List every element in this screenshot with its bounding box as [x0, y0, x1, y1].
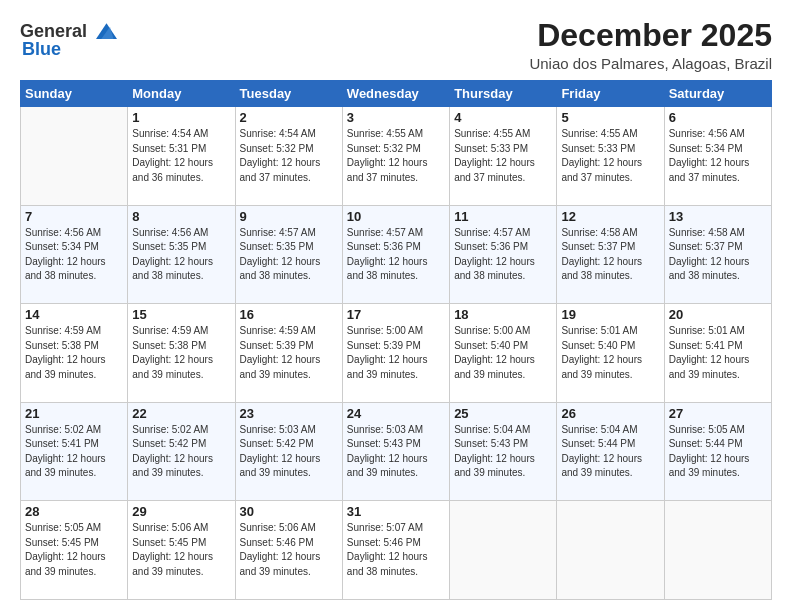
calendar-week-row: 21Sunrise: 5:02 AMSunset: 5:41 PMDayligh…: [21, 402, 772, 501]
day-number: 16: [240, 307, 338, 322]
table-row: 23Sunrise: 5:03 AMSunset: 5:42 PMDayligh…: [235, 402, 342, 501]
table-row: 12Sunrise: 4:58 AMSunset: 5:37 PMDayligh…: [557, 205, 664, 304]
logo: General Blue: [20, 18, 117, 60]
col-saturday: Saturday: [664, 81, 771, 107]
table-row: [557, 501, 664, 600]
day-info: Sunrise: 5:06 AMSunset: 5:46 PMDaylight:…: [240, 521, 338, 579]
table-row: 8Sunrise: 4:56 AMSunset: 5:35 PMDaylight…: [128, 205, 235, 304]
day-number: 1: [132, 110, 230, 125]
day-number: 4: [454, 110, 552, 125]
header: General Blue December 2025 Uniao dos Pal…: [20, 18, 772, 72]
table-row: 14Sunrise: 4:59 AMSunset: 5:38 PMDayligh…: [21, 304, 128, 403]
day-info: Sunrise: 4:55 AMSunset: 5:32 PMDaylight:…: [347, 127, 445, 185]
table-row: 24Sunrise: 5:03 AMSunset: 5:43 PMDayligh…: [342, 402, 449, 501]
day-info: Sunrise: 5:02 AMSunset: 5:41 PMDaylight:…: [25, 423, 123, 481]
table-row: 7Sunrise: 4:56 AMSunset: 5:34 PMDaylight…: [21, 205, 128, 304]
day-number: 14: [25, 307, 123, 322]
day-info: Sunrise: 5:06 AMSunset: 5:45 PMDaylight:…: [132, 521, 230, 579]
calendar-week-row: 28Sunrise: 5:05 AMSunset: 5:45 PMDayligh…: [21, 501, 772, 600]
day-info: Sunrise: 5:01 AMSunset: 5:40 PMDaylight:…: [561, 324, 659, 382]
table-row: 28Sunrise: 5:05 AMSunset: 5:45 PMDayligh…: [21, 501, 128, 600]
day-info: Sunrise: 5:01 AMSunset: 5:41 PMDaylight:…: [669, 324, 767, 382]
table-row: 29Sunrise: 5:06 AMSunset: 5:45 PMDayligh…: [128, 501, 235, 600]
table-row: 5Sunrise: 4:55 AMSunset: 5:33 PMDaylight…: [557, 107, 664, 206]
table-row: 26Sunrise: 5:04 AMSunset: 5:44 PMDayligh…: [557, 402, 664, 501]
day-number: 17: [347, 307, 445, 322]
calendar-table: Sunday Monday Tuesday Wednesday Thursday…: [20, 80, 772, 600]
day-info: Sunrise: 4:54 AMSunset: 5:32 PMDaylight:…: [240, 127, 338, 185]
day-info: Sunrise: 4:58 AMSunset: 5:37 PMDaylight:…: [669, 226, 767, 284]
calendar-week-row: 14Sunrise: 4:59 AMSunset: 5:38 PMDayligh…: [21, 304, 772, 403]
day-info: Sunrise: 4:57 AMSunset: 5:35 PMDaylight:…: [240, 226, 338, 284]
day-number: 13: [669, 209, 767, 224]
day-info: Sunrise: 5:00 AMSunset: 5:40 PMDaylight:…: [454, 324, 552, 382]
title-block: December 2025 Uniao dos Palmares, Alagoa…: [529, 18, 772, 72]
day-number: 5: [561, 110, 659, 125]
table-row: 13Sunrise: 4:58 AMSunset: 5:37 PMDayligh…: [664, 205, 771, 304]
table-row: 4Sunrise: 4:55 AMSunset: 5:33 PMDaylight…: [450, 107, 557, 206]
day-info: Sunrise: 4:57 AMSunset: 5:36 PMDaylight:…: [454, 226, 552, 284]
table-row: 27Sunrise: 5:05 AMSunset: 5:44 PMDayligh…: [664, 402, 771, 501]
day-number: 7: [25, 209, 123, 224]
day-info: Sunrise: 5:03 AMSunset: 5:43 PMDaylight:…: [347, 423, 445, 481]
table-row: 1Sunrise: 4:54 AMSunset: 5:31 PMDaylight…: [128, 107, 235, 206]
day-number: 6: [669, 110, 767, 125]
col-tuesday: Tuesday: [235, 81, 342, 107]
day-info: Sunrise: 5:03 AMSunset: 5:42 PMDaylight:…: [240, 423, 338, 481]
col-wednesday: Wednesday: [342, 81, 449, 107]
table-row: 25Sunrise: 5:04 AMSunset: 5:43 PMDayligh…: [450, 402, 557, 501]
table-row: 31Sunrise: 5:07 AMSunset: 5:46 PMDayligh…: [342, 501, 449, 600]
table-row: 9Sunrise: 4:57 AMSunset: 5:35 PMDaylight…: [235, 205, 342, 304]
day-number: 2: [240, 110, 338, 125]
day-info: Sunrise: 4:56 AMSunset: 5:35 PMDaylight:…: [132, 226, 230, 284]
day-number: 28: [25, 504, 123, 519]
day-number: 18: [454, 307, 552, 322]
month-title: December 2025: [529, 18, 772, 53]
day-number: 26: [561, 406, 659, 421]
day-number: 11: [454, 209, 552, 224]
table-row: [664, 501, 771, 600]
table-row: 21Sunrise: 5:02 AMSunset: 5:41 PMDayligh…: [21, 402, 128, 501]
logo-blue-text: Blue: [22, 40, 61, 60]
table-row: 3Sunrise: 4:55 AMSunset: 5:32 PMDaylight…: [342, 107, 449, 206]
col-sunday: Sunday: [21, 81, 128, 107]
day-number: 20: [669, 307, 767, 322]
day-number: 24: [347, 406, 445, 421]
table-row: 22Sunrise: 5:02 AMSunset: 5:42 PMDayligh…: [128, 402, 235, 501]
day-number: 29: [132, 504, 230, 519]
day-info: Sunrise: 5:04 AMSunset: 5:44 PMDaylight:…: [561, 423, 659, 481]
day-info: Sunrise: 4:55 AMSunset: 5:33 PMDaylight:…: [454, 127, 552, 185]
day-number: 19: [561, 307, 659, 322]
calendar-week-row: 7Sunrise: 4:56 AMSunset: 5:34 PMDaylight…: [21, 205, 772, 304]
day-info: Sunrise: 4:59 AMSunset: 5:38 PMDaylight:…: [25, 324, 123, 382]
table-row: 30Sunrise: 5:06 AMSunset: 5:46 PMDayligh…: [235, 501, 342, 600]
day-info: Sunrise: 4:56 AMSunset: 5:34 PMDaylight:…: [25, 226, 123, 284]
col-friday: Friday: [557, 81, 664, 107]
col-monday: Monday: [128, 81, 235, 107]
day-info: Sunrise: 4:59 AMSunset: 5:38 PMDaylight:…: [132, 324, 230, 382]
table-row: [21, 107, 128, 206]
table-row: 16Sunrise: 4:59 AMSunset: 5:39 PMDayligh…: [235, 304, 342, 403]
calendar-header-row: Sunday Monday Tuesday Wednesday Thursday…: [21, 81, 772, 107]
day-number: 21: [25, 406, 123, 421]
day-number: 9: [240, 209, 338, 224]
table-row: 11Sunrise: 4:57 AMSunset: 5:36 PMDayligh…: [450, 205, 557, 304]
day-info: Sunrise: 4:57 AMSunset: 5:36 PMDaylight:…: [347, 226, 445, 284]
day-number: 12: [561, 209, 659, 224]
day-number: 31: [347, 504, 445, 519]
table-row: 19Sunrise: 5:01 AMSunset: 5:40 PMDayligh…: [557, 304, 664, 403]
day-number: 23: [240, 406, 338, 421]
logo-icon: [89, 18, 117, 46]
table-row: [450, 501, 557, 600]
table-row: 10Sunrise: 4:57 AMSunset: 5:36 PMDayligh…: [342, 205, 449, 304]
day-number: 10: [347, 209, 445, 224]
day-number: 3: [347, 110, 445, 125]
day-number: 22: [132, 406, 230, 421]
calendar-week-row: 1Sunrise: 4:54 AMSunset: 5:31 PMDaylight…: [21, 107, 772, 206]
day-number: 30: [240, 504, 338, 519]
day-info: Sunrise: 5:02 AMSunset: 5:42 PMDaylight:…: [132, 423, 230, 481]
day-info: Sunrise: 4:56 AMSunset: 5:34 PMDaylight:…: [669, 127, 767, 185]
day-number: 25: [454, 406, 552, 421]
page: General Blue December 2025 Uniao dos Pal…: [0, 0, 792, 612]
day-info: Sunrise: 5:00 AMSunset: 5:39 PMDaylight:…: [347, 324, 445, 382]
